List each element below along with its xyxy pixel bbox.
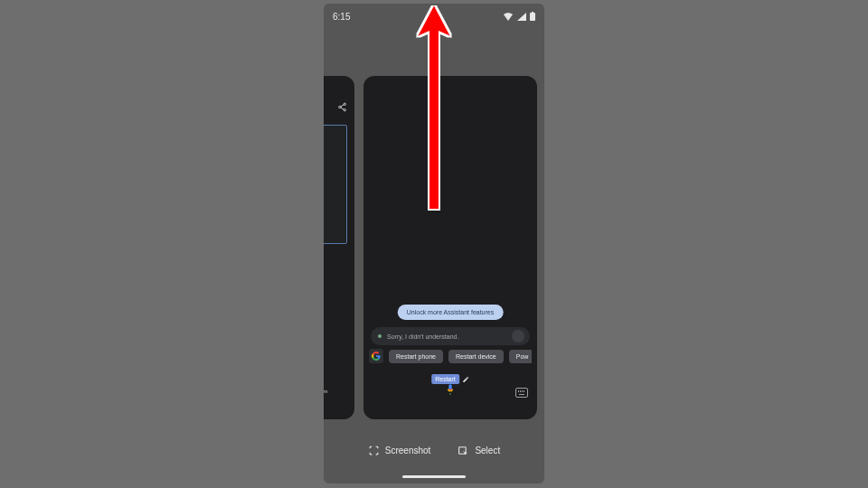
- status-time: 6:15: [333, 12, 350, 22]
- screenshot-button[interactable]: Screenshot: [368, 445, 431, 456]
- screenshot-thumb: [324, 125, 347, 244]
- status-bar: 6:15: [324, 9, 544, 23]
- edit-icon[interactable]: [462, 371, 469, 387]
- app-shortcut-brolink[interactable]: Brolink: [324, 334, 327, 358]
- google-g-icon[interactable]: [369, 349, 383, 363]
- select-button[interactable]: Select: [458, 445, 500, 456]
- recents-card-previous[interactable]: Brolink Instagram Feed: [324, 76, 354, 419]
- svg-rect-0: [530, 13, 535, 21]
- app-label-text: Instagram Feed: [324, 389, 333, 400]
- pill-label: Unlock more Assistant features: [407, 309, 495, 315]
- assistant-dot-icon: [378, 334, 382, 338]
- app-shortcut-instagram[interactable]: Instagram Feed: [324, 371, 333, 400]
- battery-icon: [530, 12, 535, 21]
- cell-signal-icon: [517, 13, 526, 21]
- assistant-response-row: Sorry, I didn't understand.: [371, 327, 530, 345]
- assistant-unlock-pill[interactable]: Unlock more Assistant features: [398, 305, 504, 320]
- selected-text-label: Restart: [431, 374, 459, 384]
- status-icons: [503, 12, 535, 21]
- suggestion-chip[interactable]: Restart device: [448, 350, 504, 363]
- mic-icon[interactable]: [444, 383, 457, 399]
- home-gesture-bar[interactable]: [402, 475, 466, 478]
- recents-card-assistant[interactable]: Unlock more Assistant features Sorry, I …: [363, 76, 537, 419]
- screenshot-label: Screenshot: [385, 446, 431, 455]
- suggestion-chip[interactable]: Restart phone: [389, 350, 443, 363]
- suggestion-chip[interactable]: Pow: [509, 350, 533, 363]
- select-label: Select: [475, 446, 500, 455]
- share-icon[interactable]: [337, 99, 347, 116]
- keyboard-icon[interactable]: [515, 388, 528, 398]
- svg-rect-1: [532, 12, 533, 14]
- select-icon: [458, 445, 469, 456]
- suggestion-chip-row: Restart phone Restart device Pow: [369, 349, 537, 363]
- assistant-response-text: Sorry, I didn't understand.: [387, 333, 458, 340]
- phone-frame: 6:15 Brolink Instagram Feed: [324, 4, 544, 483]
- avatar-placeholder: [512, 330, 524, 343]
- recents-cards[interactable]: Brolink Instagram Feed Unlock more Assis…: [324, 76, 544, 419]
- screenshot-icon: [368, 445, 380, 456]
- wifi-icon: [503, 13, 514, 21]
- recents-bottom-actions: Screenshot Select: [324, 445, 544, 456]
